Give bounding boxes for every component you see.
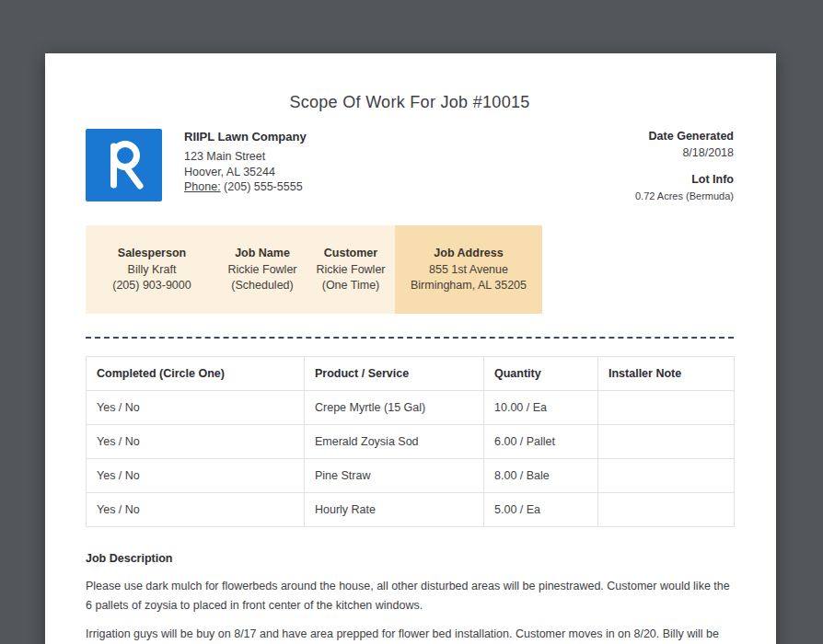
cell-product: Crepe Myrtle (15 Gal) bbox=[305, 391, 484, 425]
job-name-status: (Scheduled) bbox=[218, 278, 307, 293]
cell-product: Hourly Rate bbox=[305, 493, 484, 527]
customer-cell: Customer Rickie Fowler (One Time) bbox=[307, 225, 395, 314]
page-title: Scope Of Work For Job #10015 bbox=[86, 53, 734, 112]
salesperson-label: Salesperson bbox=[86, 247, 218, 259]
customer-name: Rickie Fowler bbox=[307, 262, 395, 278]
company-address-line1: 123 Main Street bbox=[184, 149, 307, 165]
phone-value: (205) 555-5555 bbox=[224, 180, 302, 193]
company-logo bbox=[86, 129, 162, 201]
cell-quantity: 5.00 / Ea bbox=[484, 493, 598, 527]
cell-note bbox=[598, 391, 735, 425]
cell-quantity: 6.00 / Pallet bbox=[484, 425, 598, 459]
job-name-cell: Job Name Rickie Fowler (Scheduled) bbox=[218, 225, 307, 314]
table-header-row: Completed (Circle One) Product / Service… bbox=[87, 357, 735, 391]
table-row: Yes / No Hourly Rate 5.00 / Ea bbox=[87, 493, 735, 527]
cell-completed: Yes / No bbox=[87, 391, 305, 425]
cell-quantity: 10.00 / Ea bbox=[484, 391, 598, 425]
company-phone: Phone: (205) 555-5555 bbox=[184, 179, 307, 195]
cell-completed: Yes / No bbox=[87, 459, 305, 493]
cell-product: Pine Straw bbox=[305, 459, 484, 493]
lot-info-value: 0.72 Acres (Bermuda) bbox=[635, 190, 734, 201]
header-product-service: Product / Service bbox=[305, 357, 484, 391]
phone-label: Phone: bbox=[184, 180, 221, 193]
date-generated-value: 8/18/2018 bbox=[635, 146, 734, 159]
header-installer-note: Installer Note bbox=[598, 357, 735, 391]
document-header: RIIPL Lawn Company 123 Main Street Hoove… bbox=[86, 129, 734, 201]
customer-type: (One Time) bbox=[307, 278, 395, 293]
cell-completed: Yes / No bbox=[87, 493, 305, 527]
job-description-heading: Job Description bbox=[86, 552, 734, 565]
work-items-table: Completed (Circle One) Product / Service… bbox=[86, 356, 735, 527]
cell-note bbox=[598, 459, 735, 493]
cell-completed: Yes / No bbox=[87, 425, 305, 459]
logo-r-icon bbox=[101, 141, 147, 190]
table-row: Yes / No Emerald Zoysia Sod 6.00 / Palle… bbox=[87, 425, 735, 459]
customer-label: Customer bbox=[307, 247, 395, 259]
company-name: RIIPL Lawn Company bbox=[184, 130, 307, 144]
company-info: RIIPL Lawn Company 123 Main Street Hoove… bbox=[184, 129, 307, 195]
header-quantity: Quantity bbox=[484, 357, 598, 391]
cell-note bbox=[598, 425, 735, 459]
table-row: Yes / No Crepe Myrtle (15 Gal) 10.00 / E… bbox=[87, 391, 735, 425]
document-page: Scope Of Work For Job #10015 RIIPL Lawn … bbox=[45, 53, 776, 644]
date-generated-label: Date Generated bbox=[635, 130, 734, 143]
job-info-strip: Salesperson Billy Kraft (205) 903-9000 J… bbox=[86, 225, 542, 314]
job-address-line2: Birmingham, AL 35205 bbox=[395, 278, 542, 293]
cell-product: Emerald Zoysia Sod bbox=[305, 425, 484, 459]
job-description-paragraph-2: Irrigation guys will be buy on 8/17 and … bbox=[86, 625, 734, 644]
job-name-label: Job Name bbox=[218, 247, 307, 259]
lot-info-label: Lot Info bbox=[635, 173, 734, 186]
company-address-line2: Hoover, AL 35244 bbox=[184, 165, 307, 180]
cell-note bbox=[598, 493, 735, 527]
salesperson-cell: Salesperson Billy Kraft (205) 903-9000 bbox=[86, 225, 218, 314]
job-description-paragraph-1: Please use dark mulch for flowerbeds aro… bbox=[86, 577, 734, 615]
cell-quantity: 8.00 / Bale bbox=[484, 459, 598, 493]
salesperson-name: Billy Kraft bbox=[86, 262, 218, 278]
job-name-value: Rickie Fowler bbox=[218, 262, 307, 278]
job-address-cell: Job Address 855 1st Avenue Birmingham, A… bbox=[395, 225, 542, 314]
document-meta: Date Generated 8/18/2018 Lot Info 0.72 A… bbox=[635, 129, 734, 201]
job-address-label: Job Address bbox=[395, 247, 542, 259]
dashed-divider bbox=[86, 337, 734, 339]
table-row: Yes / No Pine Straw 8.00 / Bale bbox=[87, 459, 735, 493]
job-address-line1: 855 1st Avenue bbox=[395, 262, 542, 278]
header-completed: Completed (Circle One) bbox=[87, 357, 305, 391]
salesperson-phone: (205) 903-9000 bbox=[86, 278, 218, 293]
preview-canvas: Scope Of Work For Job #10015 RIIPL Lawn … bbox=[0, 0, 823, 644]
